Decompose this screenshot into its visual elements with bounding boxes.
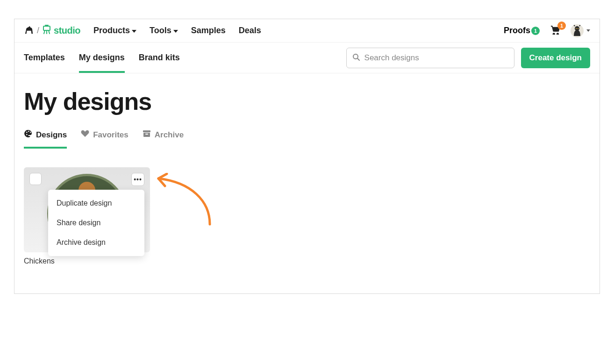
nav-samples[interactable]: Samples — [191, 26, 226, 36]
filter-archive[interactable]: Archive — [143, 129, 184, 149]
tab-brand-kits[interactable]: Brand kits — [139, 43, 180, 73]
filter-favorites[interactable]: Favorites — [81, 129, 129, 149]
cart-badge: 1 — [557, 21, 566, 30]
menu-share-design[interactable]: Share design — [48, 213, 144, 233]
tab-brand-kits-label: Brand kits — [139, 53, 180, 63]
svg-rect-7 — [143, 133, 150, 137]
proofs-link[interactable]: Proofs 1 — [504, 26, 540, 36]
page-title: My designs — [24, 87, 590, 115]
archive-icon — [143, 130, 151, 140]
design-card: ••• Duplicate design Share design Archiv… — [24, 167, 150, 265]
designs-grid: ••• Duplicate design Share design Archiv… — [24, 167, 590, 265]
more-options-button[interactable]: ••• — [131, 173, 144, 186]
svg-rect-0 — [43, 26, 50, 30]
tab-my-designs-label: My designs — [79, 53, 125, 63]
nav-links: Products Tools Samples Deals — [93, 26, 261, 36]
nav-deals-label: Deals — [239, 26, 261, 36]
svg-point-3 — [578, 28, 578, 29]
svg-rect-6 — [143, 130, 150, 132]
tab-templates-label: Templates — [24, 53, 65, 63]
svg-point-2 — [576, 28, 577, 29]
palette-icon — [24, 129, 32, 140]
caret-down-icon — [586, 29, 590, 32]
ellipsis-icon: ••• — [134, 176, 142, 183]
subnav-tabs: Templates My designs Brand kits — [24, 43, 180, 73]
svg-line-5 — [357, 58, 359, 60]
easel-icon — [42, 25, 51, 36]
filter-favorites-label: Favorites — [93, 130, 129, 140]
nav-deals[interactable]: Deals — [239, 26, 261, 36]
studio-label: studio — [54, 25, 80, 36]
create-design-button[interactable]: Create design — [521, 48, 590, 68]
filter-designs[interactable]: Designs — [24, 129, 67, 149]
menu-archive-design[interactable]: Archive design — [48, 233, 144, 252]
app-frame: / studio Products Tools Samples Deals — [14, 19, 600, 294]
svg-point-1 — [575, 26, 579, 31]
caret-down-icon — [132, 30, 136, 33]
proofs-badge: 1 — [531, 27, 540, 35]
annotation-arrow-icon — [154, 173, 219, 229]
topnav-right: Proofs 1 1 — [504, 24, 590, 37]
cart-button[interactable]: 1 — [550, 25, 560, 36]
select-checkbox[interactable] — [29, 173, 42, 185]
avatar-icon — [571, 24, 584, 37]
brand-separator: / — [37, 26, 39, 36]
tab-my-designs[interactable]: My designs — [79, 43, 125, 73]
tab-templates[interactable]: Templates — [24, 43, 65, 73]
heart-icon — [81, 130, 89, 140]
nav-samples-label: Samples — [191, 26, 226, 36]
filter-designs-label: Designs — [36, 130, 67, 140]
design-title: Chickens — [24, 257, 150, 265]
menu-duplicate-design[interactable]: Duplicate design — [48, 193, 144, 213]
nav-products-label: Products — [93, 26, 130, 36]
subnav-right: Create design — [346, 48, 590, 68]
filter-tabs: Designs Favorites Archive — [24, 129, 590, 149]
proofs-label: Proofs — [504, 26, 530, 36]
search-icon — [352, 53, 360, 63]
nav-tools[interactable]: Tools — [150, 26, 178, 36]
main-content: My designs Designs Favorites Archive — [14, 73, 600, 293]
brand[interactable]: / studio — [24, 25, 80, 36]
horse-icon — [24, 25, 34, 36]
card-context-menu: Duplicate design Share design Archive de… — [48, 190, 144, 256]
sub-nav: Templates My designs Brand kits Create d… — [14, 43, 600, 73]
search-input[interactable] — [364, 53, 508, 63]
search-box[interactable] — [346, 48, 514, 68]
studio-brand[interactable]: studio — [42, 25, 80, 36]
caret-down-icon — [173, 30, 178, 33]
svg-rect-8 — [145, 134, 148, 135]
filter-archive-label: Archive — [155, 130, 184, 140]
account-menu[interactable] — [571, 24, 590, 37]
nav-tools-label: Tools — [150, 26, 171, 36]
nav-products[interactable]: Products — [93, 26, 136, 36]
top-nav: / studio Products Tools Samples Deals — [14, 19, 600, 43]
